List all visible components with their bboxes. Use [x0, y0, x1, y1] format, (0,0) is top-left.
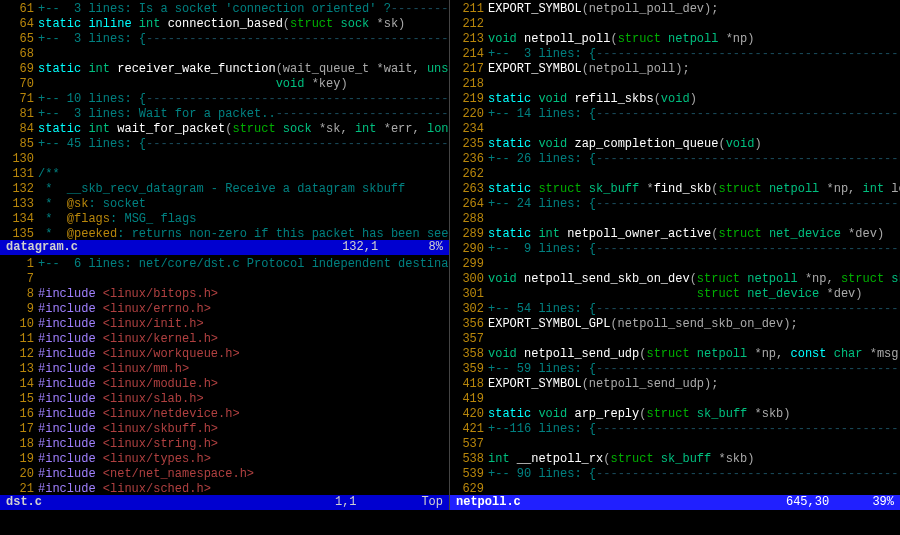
line-content: +-- 45 lines: {-------------------------…	[38, 137, 449, 152]
percent: Top	[421, 495, 443, 509]
code-line: 302+-- 54 lines: {----------------------…	[454, 302, 896, 317]
status-right: 132,1 8%	[342, 240, 443, 255]
code-line: 1+-- 6 lines: net/core/dst.c Protocol in…	[4, 257, 445, 272]
line-number: 84	[4, 122, 34, 137]
line-content: void netpoll_poll(struct netpoll *np)	[488, 32, 754, 47]
code-line: 219static void refill_skbs(void)	[454, 92, 896, 107]
line-number: 356	[454, 317, 484, 332]
line-content: +--116 lines: {-------------------------…	[488, 422, 900, 437]
line-number: 64	[4, 17, 34, 32]
code-line: 19#include <linux/types.h>	[4, 452, 445, 467]
code-line: 61+-- 3 lines: Is a socket 'connection o…	[4, 2, 445, 17]
cursor-pos: 645,30	[786, 495, 829, 509]
line-content: #include <linux/kernel.h>	[38, 332, 218, 347]
line-content: static void arp_reply(struct sk_buff *sk…	[488, 407, 791, 422]
line-content: static void zap_completion_queue(void)	[488, 137, 762, 152]
code-line: 14#include <linux/module.h>	[4, 377, 445, 392]
code-line: 132 * __skb_recv_datagram - Receive a da…	[4, 182, 445, 197]
line-number: 65	[4, 32, 34, 47]
line-number: 357	[454, 332, 484, 347]
line-number: 420	[454, 407, 484, 422]
line-content: #include <linux/sched.h>	[38, 482, 211, 495]
pane-bottom-left[interactable]: 1+-- 6 lines: net/core/dst.c Protocol in…	[0, 255, 449, 495]
code-line: 537	[454, 437, 896, 452]
line-number: 13	[4, 362, 34, 377]
line-number: 132	[4, 182, 34, 197]
line-content: +-- 24 lines: {-------------------------…	[488, 197, 900, 212]
code-line: 68	[4, 47, 445, 62]
pane-top-left[interactable]: 61+-- 3 lines: Is a socket 'connection o…	[0, 0, 449, 240]
code-line: 538int __netpoll_rx(struct sk_buff *skb)	[454, 452, 896, 467]
line-number: 211	[454, 2, 484, 17]
code-line: 131/**	[4, 167, 445, 182]
line-content: #include <linux/netdevice.h>	[38, 407, 240, 422]
code-line: 81+-- 3 lines: Wait for a packet..------…	[4, 107, 445, 122]
code-line: 135 * @peeked: returns non-zero if this …	[4, 227, 445, 240]
line-content: #include <linux/workqueue.h>	[38, 347, 240, 362]
line-content: #include <linux/init.h>	[38, 317, 204, 332]
code-line: 300void netpoll_send_skb_on_dev(struct n…	[454, 272, 896, 287]
line-content: #include <linux/errno.h>	[38, 302, 211, 317]
line-content: +-- 3 lines: Is a socket 'connection ori…	[38, 2, 449, 17]
code-line: 130	[4, 152, 445, 167]
code-line: 290+-- 9 lines: {-----------------------…	[454, 242, 896, 257]
right-column: 211EXPORT_SYMBOL(netpoll_poll_dev);21221…	[450, 0, 900, 510]
code-line: 16#include <linux/netdevice.h>	[4, 407, 445, 422]
line-number: 299	[454, 257, 484, 272]
line-number: 19	[4, 452, 34, 467]
line-number: 421	[454, 422, 484, 437]
line-number: 264	[454, 197, 484, 212]
line-number: 539	[454, 467, 484, 482]
code-line: 133 * @sk: socket	[4, 197, 445, 212]
code-line: 12#include <linux/workqueue.h>	[4, 347, 445, 362]
code-line: 289static int netpoll_owner_active(struc…	[454, 227, 896, 242]
line-content: static int wait_for_packet(struct sock *…	[38, 122, 449, 137]
percent: 39%	[872, 495, 894, 509]
pane-right[interactable]: 211EXPORT_SYMBOL(netpoll_poll_dev);21221…	[450, 0, 900, 495]
line-number: 134	[4, 212, 34, 227]
line-number: 18	[4, 437, 34, 452]
line-number: 217	[454, 62, 484, 77]
line-number: 12	[4, 347, 34, 362]
line-number: 288	[454, 212, 484, 227]
line-content: EXPORT_SYMBOL_GPL(netpoll_send_skb_on_de…	[488, 317, 798, 332]
code-line: 69static int receiver_wake_function(wait…	[4, 62, 445, 77]
line-content: +-- 6 lines: net/core/dst.c Protocol ind…	[38, 257, 449, 272]
line-number: 235	[454, 137, 484, 152]
line-number: 236	[454, 152, 484, 167]
code-line: 84static int wait_for_packet(struct sock…	[4, 122, 445, 137]
line-number: 10	[4, 317, 34, 332]
code-line: 288	[454, 212, 896, 227]
code-line: 9#include <linux/errno.h>	[4, 302, 445, 317]
line-content: #include <net/net_namespace.h>	[38, 467, 254, 482]
code-line: 357	[454, 332, 896, 347]
line-number: 214	[454, 47, 484, 62]
line-content: +-- 3 lines: {--------------------------…	[488, 47, 900, 62]
line-content: +-- 54 lines: {-------------------------…	[488, 302, 900, 317]
line-content: static inline int connection_based(struc…	[38, 17, 405, 32]
line-content: struct net_device *dev)	[488, 287, 863, 302]
line-number: 302	[454, 302, 484, 317]
code-line: 236+-- 26 lines: {----------------------…	[454, 152, 896, 167]
code-line: 64static inline int connection_based(str…	[4, 17, 445, 32]
line-number: 14	[4, 377, 34, 392]
code-line: 299	[454, 257, 896, 272]
line-content: EXPORT_SYMBOL(netpoll_poll);	[488, 62, 690, 77]
status-bar-bottom-left: dst.c 1,1 Top	[0, 495, 449, 510]
line-content: #include <linux/mm.h>	[38, 362, 189, 377]
line-number: 131	[4, 167, 34, 182]
line-number: 358	[454, 347, 484, 362]
code-line: 17#include <linux/skbuff.h>	[4, 422, 445, 437]
code-line: 262	[454, 167, 896, 182]
code-line: 212	[454, 17, 896, 32]
line-number: 213	[454, 32, 484, 47]
code-line: 419	[454, 392, 896, 407]
line-content: +-- 10 lines: {-------------------------…	[38, 92, 449, 107]
line-number: 263	[454, 182, 484, 197]
line-number: 418	[454, 377, 484, 392]
line-number: 15	[4, 392, 34, 407]
code-line: 418EXPORT_SYMBOL(netpoll_send_udp);	[454, 377, 896, 392]
line-number: 212	[454, 17, 484, 32]
line-number: 16	[4, 407, 34, 422]
left-column: 61+-- 3 lines: Is a socket 'connection o…	[0, 0, 450, 510]
